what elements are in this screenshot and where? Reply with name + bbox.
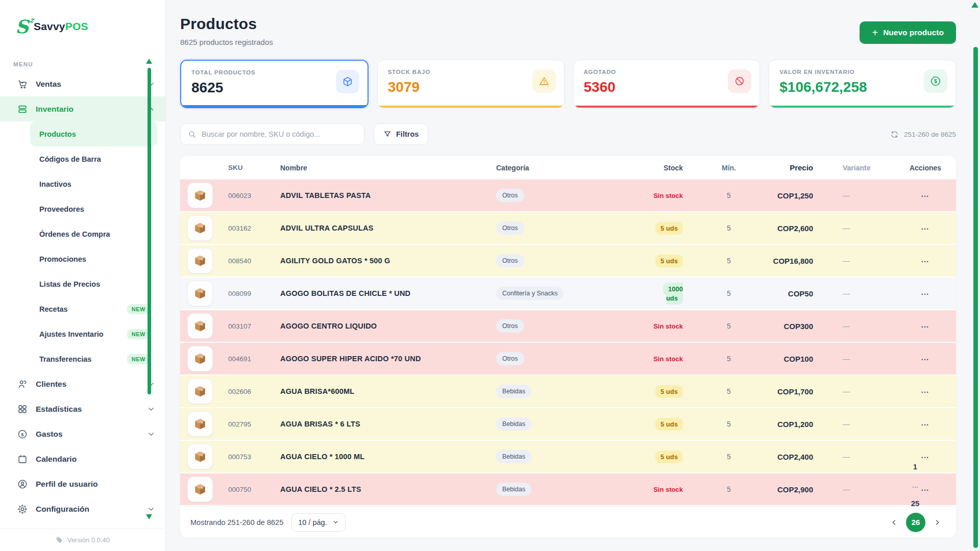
svg-text:$: $	[934, 78, 937, 84]
row-actions-button[interactable]: •••	[921, 324, 929, 330]
row-actions-button[interactable]: •••	[921, 194, 929, 199]
sidebar-subitem[interactable]: Promociones	[30, 246, 157, 271]
col-acciones[interactable]: Acciones	[895, 164, 956, 172]
sidebar-subitem[interactable]: Recetas NEW	[30, 296, 157, 321]
prev-page-button[interactable]	[886, 514, 903, 531]
table-row[interactable]: 003162 ADVIL ULTRA CAPSULAS Otros 5 uds …	[180, 212, 956, 245]
stat-label: AGOTADO	[584, 69, 750, 75]
min-stock-value: 5	[703, 257, 754, 265]
user-circle-icon	[16, 478, 29, 490]
stat-label: TOTAL PRODUCTOS	[191, 69, 357, 76]
filters-button[interactable]: Filtros	[374, 123, 428, 145]
sidebar-subitem[interactable]: Listas de Precios	[30, 271, 157, 296]
new-product-button[interactable]: + Nuevo producto	[860, 21, 956, 44]
sidebar-subitem[interactable]: Transferencias NEW	[30, 346, 157, 371]
stock-badge: 5 uds	[655, 450, 683, 463]
min-stock-value: 5	[703, 289, 754, 297]
row-actions-button[interactable]: •••	[921, 292, 929, 297]
sidebar-item-gastos[interactable]: $ Gastos	[0, 421, 165, 446]
page-number-button[interactable]: 1	[906, 458, 924, 476]
product-sku: 000750	[220, 486, 277, 493]
col-precio[interactable]: Precio	[754, 163, 839, 172]
row-actions-button[interactable]: •••	[921, 422, 929, 428]
sidebar-subitem[interactable]: Productos	[30, 121, 157, 146]
cube-icon	[336, 70, 359, 93]
stat-card-agotado[interactable]: AGOTADO 5360	[573, 60, 761, 108]
sidebar-item-ventas[interactable]: Ventas	[0, 71, 165, 96]
sidebar-item-clientes[interactable]: Clientes	[0, 371, 165, 396]
sidebar-subitem-label: Recetas	[39, 305, 127, 313]
table-row[interactable]: 002795 AGUA BRISAS * 6 LTS Bebidas 5 uds…	[180, 408, 956, 441]
stock-badge: Sin stock	[653, 192, 683, 199]
col-stock[interactable]: Stock	[646, 164, 703, 172]
table-row[interactable]: 003107 AGOGO CENTRO LIQUIDO Otros Sin st…	[180, 310, 956, 343]
row-actions-button[interactable]: •••	[921, 227, 929, 232]
table-row[interactable]: 008540 AGILITY GOLD GATOS * 500 G Otros …	[180, 245, 956, 278]
sidebar-scroll-up-arrow[interactable]	[146, 59, 152, 64]
sidebar-scrollbar[interactable]	[148, 68, 151, 394]
product-name: AGOGO SUPER HIPER ACIDO *70 UND	[277, 355, 493, 363]
page-number-button[interactable]: ...	[906, 476, 924, 494]
stat-card-total-productos[interactable]: TOTAL PRODUCTOS 8625	[180, 60, 369, 108]
variant-value: —	[839, 289, 895, 297]
product-sku: 004691	[220, 355, 277, 363]
table-row[interactable]: 002606 AGUA BRISA*600ML Bebidas 5 uds 5 …	[180, 375, 956, 408]
search-input[interactable]	[202, 130, 357, 138]
variant-value: —	[839, 257, 895, 265]
sidebar-subitem[interactable]: Órdenes de Compra	[30, 221, 157, 246]
variant-value: —	[839, 355, 895, 363]
brand-name: SavvyPOS	[34, 20, 88, 33]
sidebar-scroll-down-arrow[interactable]	[146, 514, 152, 519]
price-value: COP50	[754, 289, 839, 298]
table-row[interactable]: 006023 ADVIL TABLETAS PASTA Otros Sin st…	[180, 180, 956, 212]
sidebar-item-perfil[interactable]: Perfil de usuario	[0, 471, 165, 496]
sidebar-subitem-label: Listas de Precios	[39, 280, 150, 288]
row-actions-button[interactable]: •••	[921, 390, 929, 395]
col-nombre[interactable]: Nombre	[277, 164, 493, 172]
page-scroll-up-arrow[interactable]	[971, 2, 978, 8]
next-page-button[interactable]	[928, 514, 946, 531]
sidebar-subitem[interactable]: Códigos de Barra	[30, 146, 157, 171]
stock-badge: Sin stock	[653, 486, 683, 493]
sidebar-item-calendario[interactable]: Calendario	[0, 446, 165, 471]
tag-icon	[56, 536, 63, 544]
table-row[interactable]: 000750 AGUA CIELO * 2.5 LTS Bebidas Sin …	[180, 473, 956, 506]
stock-badge: 1000 uds	[663, 283, 683, 305]
variant-value: —	[839, 387, 895, 395]
sidebar-subitem[interactable]: Inactivos	[30, 171, 157, 196]
product-image	[187, 281, 213, 306]
table-row[interactable]: 000753 AGUA CIELO * 1000 ML Bebidas 5 ud…	[180, 441, 956, 473]
plus-icon: +	[872, 27, 878, 39]
page-number-button[interactable]: 25	[906, 494, 924, 513]
brand-icon: S𝑧	[15, 17, 29, 36]
row-actions-button[interactable]: •••	[921, 357, 929, 362]
page-scrollbar[interactable]	[973, 47, 978, 548]
col-variante[interactable]: Variante	[839, 164, 895, 172]
variant-value: —	[839, 191, 895, 199]
table-row[interactable]: 008099 AGOGO BOLITAS DE CHICLE * UND Con…	[180, 278, 956, 310]
sidebar-item-inventario[interactable]: Inventario	[0, 96, 165, 121]
col-categoria[interactable]: Categoría	[493, 164, 646, 172]
row-actions-button[interactable]: •••	[921, 259, 929, 264]
product-sku: 003162	[220, 224, 277, 232]
page-number-button[interactable]: 27	[906, 532, 924, 538]
sidebar-item-label: Configuración	[36, 505, 140, 514]
category-badge: Bebidas	[496, 385, 531, 398]
col-sku[interactable]: SKU	[220, 164, 277, 171]
showing-label: Mostrando 251-260 de 8625	[190, 518, 283, 527]
sidebar-subitem[interactable]: Proveedores	[30, 196, 157, 221]
stat-card-stock-bajo[interactable]: STOCK BAJO 3079	[377, 60, 565, 108]
col-min[interactable]: Mín.	[703, 164, 754, 172]
refresh-icon[interactable]	[890, 130, 899, 139]
table-row[interactable]: 004691 AGOGO SUPER HIPER ACIDO *70 UND O…	[180, 343, 956, 375]
app-logo[interactable]: S𝑧 SavvyPOS	[0, 0, 165, 36]
filter-icon	[383, 130, 391, 138]
sidebar-item-configuracion[interactable]: Configuración	[0, 496, 165, 521]
category-badge: Otros	[496, 254, 524, 267]
stat-card-valor-inventario[interactable]: VALOR EN INVENTARIO $106,672,258 $	[769, 60, 956, 108]
sidebar-subitem[interactable]: Ajustes Inventario NEW	[30, 321, 157, 346]
product-sku: 008099	[220, 290, 277, 297]
per-page-select[interactable]: 10 / pág.	[291, 513, 345, 532]
sidebar-item-estadisticas[interactable]: Estadísticas	[0, 396, 165, 421]
page-number-button[interactable]: 26	[906, 513, 925, 532]
